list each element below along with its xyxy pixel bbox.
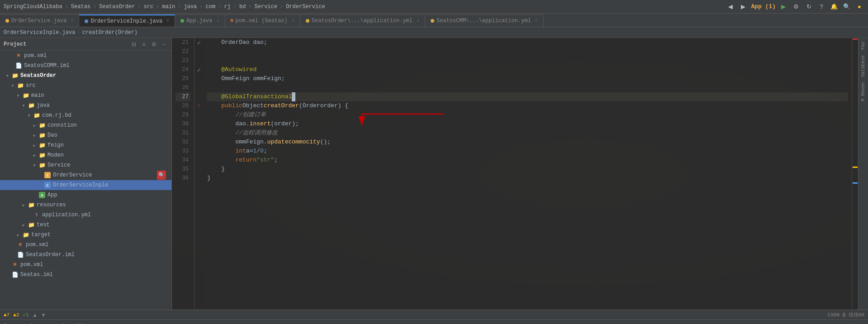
database-panel-button[interactable]: Database (860, 53, 867, 79)
ln-27: 27 (175, 92, 190, 101)
code-line-29: //创建订单 (207, 110, 848, 119)
editor-area[interactable]: 21 22 23 24 25 26 27 28 29 30 31 32 33 3… (172, 38, 858, 310)
sidebar-minus-button[interactable]: − (160, 40, 168, 48)
tree-item-pom-xml-3[interactable]: M pom.xml (0, 260, 171, 270)
notifications-button[interactable]: 🔔 (829, 2, 839, 12)
tree-item-main[interactable]: ▾ 📁 main (0, 91, 171, 100)
nav-forward-button[interactable]: ▶ (738, 2, 748, 12)
tab-label-orderserviceinple: OrderServiceInple.java (90, 18, 162, 24)
title-seatas: Seatas (71, 4, 90, 10)
collapse-warnings-button[interactable]: ▼ (41, 312, 46, 318)
tree-item-seatas-iml[interactable]: 📄 Seatas.iml (0, 270, 171, 280)
tree-item-orderservice[interactable]: I OrderService 🔍 (0, 170, 171, 180)
code-line-24: @Autowired (207, 65, 848, 74)
expand-warnings-button[interactable]: ▲ (33, 312, 38, 318)
maven-panel-button[interactable]: M Maven (860, 81, 867, 103)
tree-item-src[interactable]: ▾ 📁 src (0, 81, 171, 91)
build-button[interactable]: ⚙ (791, 2, 801, 12)
tree-label-seatasorder-iml: SeatasOrder.iml (26, 252, 75, 258)
code-lines[interactable]: OrderDao dao; @Autowired OmmFeign ommFei… (204, 38, 852, 310)
tree-label-orderserviceinple: OrderServiceInple (53, 182, 108, 188)
sidebar-scroll-button[interactable]: ≡ (140, 40, 148, 48)
tab-seatascmm[interactable]: SeatosCMM\...\application.yml × (425, 14, 544, 27)
tree-item-orderserviceinple[interactable]: C OrderServiceInple (0, 180, 171, 190)
gutter-34 (194, 156, 204, 165)
search-everywhere-button[interactable]: 🔍 (842, 2, 852, 12)
tree-item-pom-xml-2[interactable]: M pom.xml (0, 240, 171, 250)
yaml-icon: Y (33, 211, 41, 219)
tree-item-moden[interactable]: ▸ 📁 Moden (0, 150, 171, 160)
gutter: ✓ ✓ ↑ (194, 38, 204, 310)
tree-item-seatasorder[interactable]: ▾ 📁 SeatasOrder (0, 71, 171, 81)
run-tab-app1[interactable]: ▶ App (1) × (52, 321, 94, 324)
help-button[interactable]: ? (816, 2, 826, 12)
breadcrumb-file[interactable]: OrderServiceInple.java (4, 29, 75, 36)
tree-item-comrjbd[interactable]: ▾ 📁 com.rj.bd (0, 110, 171, 120)
tab-icon-seatascmm (431, 19, 434, 23)
update-button[interactable]: ● (854, 2, 864, 12)
folder-src-icon: 📁 (16, 81, 24, 90)
tree-label-pom-xml-3: pom.xml (20, 262, 43, 268)
title-orderservice: OrderService (286, 4, 325, 10)
nav-back-button[interactable]: ◀ (726, 2, 735, 12)
tree-item-test[interactable]: ▸ 📁 test (0, 220, 171, 230)
tree-item-seatascmm-iml[interactable]: 📄 SeatosCOMM.iml (0, 61, 171, 71)
orderserviceinple-icon: C (43, 181, 52, 189)
code-line-21: OrderDao dao; (207, 38, 848, 47)
tree-label-seatascmm-iml: SeatosCOMM.iml (24, 62, 70, 69)
gutter-35 (194, 165, 204, 174)
gutter-28: ↑ (194, 101, 204, 110)
tab-label-seataspom: SeatosOrder\...\application.yml (312, 18, 413, 24)
tab-pomxml[interactable]: M pom.xml (Seatas) × (225, 14, 300, 27)
tab-app[interactable]: App.java × (175, 14, 225, 27)
tree-item-target[interactable]: ▸ 📁 target (0, 230, 171, 240)
tree-item-seatasorder-iml[interactable]: 📄 SeatasOrder.iml (0, 250, 171, 260)
tab-orderserviceinple[interactable]: OrderServiceInple.java × (79, 14, 175, 27)
code-line-35: } (207, 165, 848, 174)
tab-close-orderserviceinple[interactable]: × (166, 19, 169, 24)
tab-close-app[interactable]: × (217, 19, 219, 24)
checks-count: ✓1 (23, 312, 28, 318)
code-line-28: public Object creatOrder(Order order) { (207, 101, 848, 110)
sidebar-title: Project (4, 41, 26, 48)
tree-label-pom-xml: pom.xml (24, 52, 47, 59)
tab-orderservice[interactable]: OrderService.java × (0, 14, 79, 27)
tree-item-app[interactable]: A App (0, 190, 171, 200)
tree-item-pom-xml-root[interactable]: M pom.xml (0, 51, 171, 61)
tab-close-orderservice[interactable]: × (71, 19, 73, 24)
code-line-30: dao.insert(order); (207, 119, 848, 129)
tree-item-dao[interactable]: ▸ 📁 Dao (0, 130, 171, 140)
tab-close-pomxml[interactable]: × (292, 19, 294, 24)
tree-item-feign[interactable]: ▸ 📁 feign (0, 140, 171, 150)
run-tab-app[interactable]: ▶ App × (20, 321, 49, 324)
sync-button[interactable]: ↻ (804, 2, 814, 12)
folder-feign-icon: 📁 (38, 141, 46, 149)
tree-item-service[interactable]: ▾ 📁 Service (0, 160, 171, 170)
folder-service-icon: 📁 (38, 161, 46, 169)
tab-close-seataspom[interactable]: × (417, 19, 419, 24)
sidebar-collapse-all-button[interactable]: ⊟ (130, 40, 138, 48)
tree-item-resources[interactable]: ▸ 📁 resources (0, 200, 171, 210)
orderservice-search-icon[interactable]: 🔍 (157, 171, 166, 180)
ln-22: 22 (175, 47, 190, 56)
status-bar: ▲7 ▲2 ✓1 ▲ ▼ CSDN @ 佳佳00 (0, 310, 868, 319)
tab-close-seatascmm[interactable]: × (535, 19, 538, 24)
gutter-32 (194, 138, 204, 147)
sidebar-settings-button[interactable]: ⚙ (150, 40, 158, 48)
run-button[interactable]: ▶ (778, 2, 788, 12)
ln-31: 31 (175, 129, 190, 138)
folder-moden-icon: 📁 (38, 151, 46, 159)
breadcrumb-method[interactable]: creatOrder(Order) (82, 29, 138, 36)
title-java: java (184, 4, 197, 10)
favorites-panel-button[interactable]: Fav (860, 40, 867, 52)
tree-item-application-yml[interactable]: Y application.yml (0, 210, 171, 220)
ln-34: 34 (175, 156, 190, 165)
tab-icon-orderservice (5, 19, 9, 23)
gutter-27 (194, 92, 204, 101)
tree-item-java[interactable]: ▾ 📁 java (0, 100, 171, 110)
sidebar-header: Project ⊟ ≡ ⚙ − (0, 38, 171, 51)
tree-item-connstion[interactable]: ▸ 📁 connstion (0, 120, 171, 130)
tab-seataspom[interactable]: SeatosOrder\...\application.yml × (300, 14, 425, 27)
main-layout: Project ⊟ ≡ ⚙ − M pom.xml 📄 SeatosCOMM.i… (0, 38, 868, 310)
gutter-29 (194, 110, 204, 119)
